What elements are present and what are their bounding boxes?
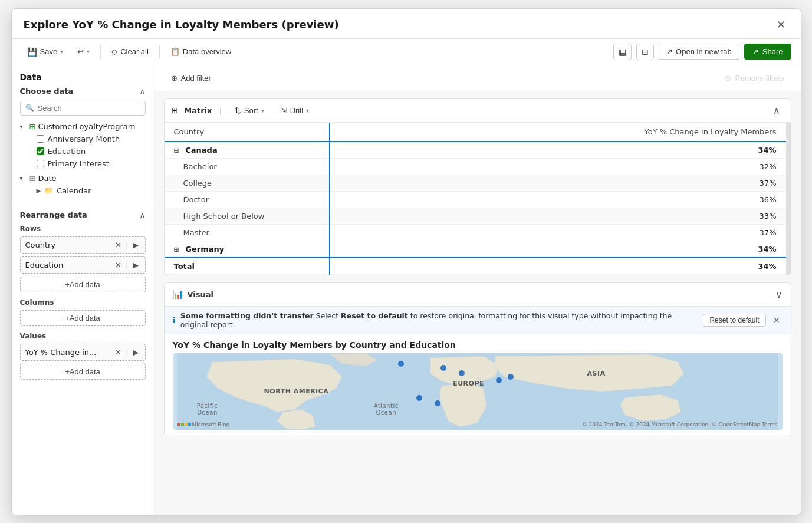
remove-filter-icon: ⊖ — [725, 74, 731, 83]
data-overview-button[interactable]: 📋 Data overview — [165, 44, 237, 59]
reset-to-default-button[interactable]: Reset to default — [703, 314, 765, 327]
bing-sq-green — [181, 423, 184, 426]
yoy-pill-actions: ✕ | ▶ — [113, 347, 140, 357]
drill-button[interactable]: ⇲ Drill ▾ — [275, 104, 315, 117]
master-value: 37% — [330, 224, 786, 241]
doctor-value: 36% — [330, 191, 786, 208]
tree-child-calendar[interactable]: ▶ 📁 Calendar — [20, 185, 146, 197]
calendar-expand-icon: ▶ — [37, 188, 41, 194]
education-remove-btn[interactable]: ✕ — [113, 260, 123, 270]
sidebar: Data Choose data ∧ 🔍 ▾ ⊞ CustomerLoyalty… — [12, 65, 154, 515]
toolbar: 💾 Save ▾ ↩ ▾ ◇ Clear all 📋 Data overview… — [12, 39, 801, 65]
open-new-tab-button[interactable]: ↗ Open in new tab — [659, 44, 739, 60]
college-label: College — [165, 175, 330, 191]
anniversary-checkbox[interactable] — [37, 135, 44, 143]
bachelor-label: Bachelor — [165, 158, 330, 175]
table-row: High School or Below 33% — [165, 208, 786, 224]
matrix-table-container: Country YoY % Change in Loyalty Members — [165, 123, 786, 275]
pacific-ocean-label: PacificOcean — [197, 403, 218, 416]
filter-icon: ⊕ — [171, 74, 177, 83]
drill-dropdown-arrow: ▾ — [306, 107, 309, 114]
clear-all-button[interactable]: ◇ Clear all — [106, 44, 154, 59]
share-button[interactable]: ↗ Share — [744, 44, 791, 60]
tree-child-primary-interest[interactable]: Primary Interest — [20, 157, 146, 170]
search-icon: 🔍 — [25, 104, 34, 112]
master-label: Master — [165, 224, 330, 241]
germany-label: ⊞ Germany — [165, 241, 330, 258]
columns-add-data-button[interactable]: +Add data — [20, 310, 146, 326]
rearrange-section: Rearrange data ∧ Rows Country ✕ | ▶ Educ… — [12, 203, 154, 386]
visual-section: 📊 Visual ∨ ℹ Some formatting didn't tran… — [164, 282, 791, 436]
save-button[interactable]: 💾 Save ▾ — [21, 44, 70, 60]
table-icon: ⊞ — [29, 122, 36, 131]
search-box[interactable]: 🔍 — [20, 101, 146, 116]
sort-dropdown-arrow: ▾ — [261, 107, 264, 114]
sort-button[interactable]: ⇅ Sort ▾ — [229, 104, 270, 117]
germany-expand[interactable]: ⊞ — [174, 246, 179, 254]
add-filter-button[interactable]: ⊕ Add filter — [166, 71, 216, 85]
undo-button[interactable]: ↩ ▾ — [71, 44, 96, 59]
grid-view-button[interactable]: ▦ — [613, 44, 632, 60]
date-expand-icon: ▾ — [20, 175, 27, 182]
undo-icon: ↩ — [77, 47, 84, 56]
country-pill-actions: ✕ | ▶ — [113, 240, 140, 250]
rows-add-data-button[interactable]: +Add data — [20, 277, 146, 292]
doctor-label: Doctor — [165, 191, 330, 208]
remove-filters-button[interactable]: ⊖ Remove filters — [720, 71, 788, 85]
bing-sq-blue — [188, 423, 191, 426]
save-dropdown-arrow: ▾ — [60, 48, 63, 55]
tree-item-customer-loyalty[interactable]: ▾ ⊞ CustomerLoyaltyProgram — [20, 120, 146, 133]
education-more-btn[interactable]: ▶ — [131, 260, 140, 270]
rearrange-collapse-icon: ∧ — [139, 210, 145, 220]
values-label: Values — [20, 332, 146, 340]
country-more-btn[interactable]: ▶ — [131, 240, 140, 250]
table-icon-date: ⊞ — [29, 174, 36, 183]
open-tab-icon: ↗ — [666, 47, 673, 56]
table-row: Master 37% — [165, 224, 786, 241]
rearrange-title: Rearrange data — [20, 210, 87, 219]
matrix-collapse-button[interactable]: ∧ — [770, 104, 784, 117]
table-row: ⊞ Germany 34% — [165, 241, 786, 258]
split-view-button[interactable]: ⊟ — [636, 44, 654, 60]
matrix-tbody: ⊟ Canada 34% Bachelor 32% — [165, 142, 786, 275]
table-row: College 37% — [165, 175, 786, 191]
atlantic-ocean-label: AtlanticOcean — [374, 403, 399, 416]
tree-item-date[interactable]: ▾ ⊞ Date — [20, 172, 146, 185]
info-icon: ℹ — [173, 315, 176, 325]
country-remove-btn[interactable]: ✕ — [113, 240, 123, 250]
share-icon: ↗ — [752, 47, 759, 56]
choose-data-header: Choose data ∧ — [20, 87, 146, 96]
search-input[interactable] — [38, 104, 140, 113]
canada-expand[interactable]: ⊟ — [174, 147, 179, 154]
values-add-data-button[interactable]: +Add data — [20, 364, 146, 380]
map-container[interactable]: NORTH AMERICA EUROPE ASIA PacificOcean A… — [173, 353, 783, 430]
visual-collapse-button[interactable]: ∨ — [775, 289, 783, 300]
right-panel: ⊕ Add filter ⊖ Remove filters ⊞ Matrix |… — [154, 65, 801, 515]
modal: Explore YoY % Change in Loyalty Members … — [11, 8, 801, 515]
yoy-divider: | — [126, 348, 128, 357]
education-checkbox[interactable] — [37, 147, 44, 155]
primary-interest-checkbox[interactable] — [37, 160, 44, 167]
tree-child-education[interactable]: Education — [20, 145, 146, 157]
folder-icon: 📁 — [44, 186, 53, 195]
table-row: ⊟ Canada 34% — [165, 142, 786, 159]
matrix-thead: Country YoY % Change in Loyalty Members — [165, 123, 786, 142]
primary-interest-label: Primary Interest — [48, 159, 109, 168]
yoy-more-btn[interactable]: ▶ — [131, 347, 140, 357]
canada-value: 34% — [330, 142, 786, 159]
matrix-scrollbar[interactable] — [786, 123, 791, 275]
dismiss-warning-button[interactable]: ✕ — [771, 315, 783, 325]
tree-child-anniversary[interactable]: Anniversary Month — [20, 133, 146, 145]
toolbar-right: ▦ ⊟ ↗ Open in new tab ↗ Share — [613, 44, 791, 60]
collapse-icon: ∧ — [139, 87, 145, 96]
country-pill-label: Country — [25, 241, 56, 249]
close-button[interactable]: ✕ — [773, 17, 789, 32]
map-dot-5 — [508, 374, 514, 380]
data-section-title: Data — [20, 73, 146, 82]
visual-title-text: 📊 Visual — [173, 289, 214, 300]
calendar-label: Calendar — [57, 186, 91, 195]
save-icon: 💾 — [27, 47, 37, 57]
value-pill-yoy: YoY % Change in... ✕ | ▶ — [20, 344, 146, 361]
yoy-remove-btn[interactable]: ✕ — [113, 347, 123, 357]
education-pill-label: Education — [25, 261, 64, 269]
